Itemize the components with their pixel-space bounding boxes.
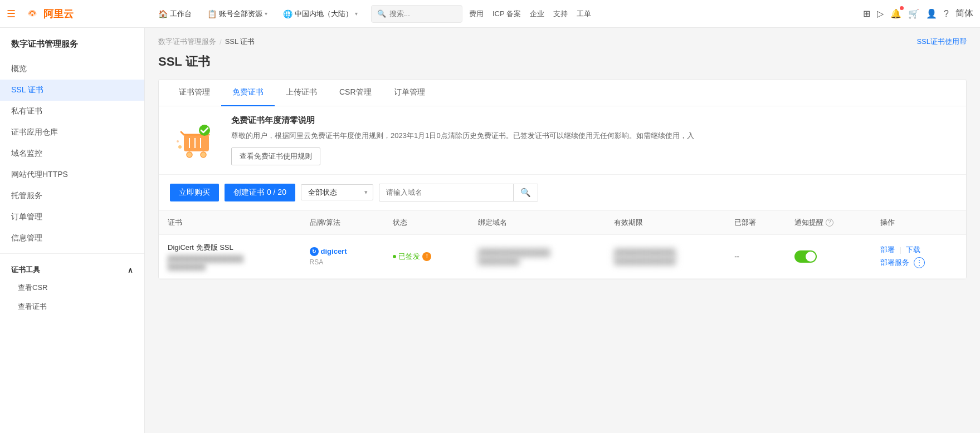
- sidebar: 数字证书管理服务 概览 SSL 证书 私有证书 证书应用仓库 域名监控 网站代理…: [0, 28, 145, 433]
- nav-icon-group: ⊞ ▷ 🔔 🛒 👤 ? 简体: [863, 8, 973, 19]
- sidebar-item-info[interactable]: 信息管理: [0, 228, 144, 249]
- cart-icon[interactable]: 🛒: [908, 8, 919, 19]
- buy-now-button[interactable]: 立即购买: [170, 184, 219, 201]
- sidebar-item-cert-repo[interactable]: 证书应用仓库: [0, 122, 144, 143]
- action-more-btn[interactable]: ⋮: [914, 257, 925, 268]
- status-warning-icon[interactable]: !: [422, 252, 431, 261]
- sidebar-item-hosting[interactable]: 托管服务: [0, 185, 144, 206]
- action-deploy[interactable]: 部署: [880, 245, 895, 255]
- domain-search-input[interactable]: [379, 185, 513, 200]
- sidebar-item-csr[interactable]: 查看CSR: [0, 278, 144, 297]
- breadcrumb-current: SSL 证书: [225, 37, 255, 47]
- th-domain: 绑定域名: [469, 211, 605, 235]
- lang-icon[interactable]: 简体: [955, 8, 973, 19]
- svg-point-5: [187, 152, 192, 158]
- sidebar-item-https-proxy[interactable]: 网站代理HTTPS: [0, 164, 144, 185]
- status-filter[interactable]: 全部状态 已签发 审核中 已过期 未签发: [301, 184, 373, 200]
- notification-icon[interactable]: 🔔: [890, 8, 901, 19]
- td-deployed: --: [725, 234, 786, 278]
- svg-point-6: [201, 152, 206, 158]
- search-input[interactable]: [389, 9, 456, 18]
- td-domain: ██████████████ ████████: [469, 234, 605, 278]
- screen-icon[interactable]: ⊞: [863, 8, 870, 19]
- tab-free-cert[interactable]: 免费证书: [221, 80, 275, 106]
- th-brand: 品牌/算法: [301, 211, 384, 235]
- search-bar[interactable]: 🔍: [371, 5, 462, 23]
- digicert-logo: ↻ digicert: [310, 247, 376, 256]
- cert-sub-name-2: ████████: [168, 263, 292, 270]
- layout: 数字证书管理服务 概览 SSL 证书 私有证书 证书应用仓库 域名监控 网站代理…: [0, 28, 980, 433]
- action-download[interactable]: 下载: [906, 245, 920, 255]
- status-signed: 已签发 !: [393, 252, 460, 262]
- nav-icp[interactable]: ICP 备案: [493, 9, 521, 19]
- toolbar: 立即购买 创建证书 0 / 20 全部状态 已签发 审核中 已过期 未签发 ▾ …: [159, 175, 966, 211]
- brand-name: 阿里云: [43, 7, 74, 21]
- tab-cert-management[interactable]: 证书管理: [168, 80, 221, 106]
- tools-section-title[interactable]: 证书工具 ∧: [0, 259, 144, 278]
- hamburger-icon[interactable]: ☰: [7, 8, 16, 20]
- cart-illustration: [170, 118, 220, 163]
- deployed-value: --: [734, 252, 739, 260]
- notice-rule-btn[interactable]: 查看免费证书使用规则: [231, 147, 320, 165]
- notice-illustration: [170, 118, 220, 163]
- sidebar-item-domain-monitor[interactable]: 域名监控: [0, 143, 144, 164]
- td-brand: ↻ digicert RSA: [301, 234, 384, 278]
- action-sep-1: |: [899, 245, 901, 254]
- resources-caret: ▾: [265, 11, 267, 17]
- th-expire: 有效期限: [605, 211, 725, 235]
- breadcrumb-left: 数字证书管理服务 / SSL 证书: [158, 37, 255, 47]
- expire-date-1: ████████████: [614, 248, 716, 257]
- nav-resources[interactable]: 📋 账号全部资源 ▾: [201, 0, 274, 28]
- notice-title: 免费证书年度清零说明: [231, 115, 955, 126]
- sidebar-item-view-cert[interactable]: 查看证书: [0, 297, 144, 316]
- region-caret: ▾: [355, 11, 358, 17]
- sidebar-item-ssl[interactable]: SSL 证书: [0, 80, 144, 101]
- console-icon[interactable]: ▷: [877, 8, 884, 19]
- tabs: 证书管理 免费证书 上传证书 CSR管理 订单管理: [159, 80, 966, 106]
- sidebar-item-order[interactable]: 订单管理: [0, 206, 144, 228]
- svg-point-9: [177, 140, 179, 142]
- nav-fee[interactable]: 费用: [469, 9, 484, 19]
- domain-search-wrapper: 🔍: [379, 184, 538, 201]
- td-cert: DigiCert 免费版 SSL ████████████████ ██████…: [159, 234, 301, 278]
- td-notify: [786, 234, 872, 278]
- notify-toggle[interactable]: [794, 250, 817, 263]
- cert-name-block: DigiCert 免费版 SSL ████████████████ ██████…: [168, 243, 292, 270]
- nav-workbench[interactable]: 🏠 工作台: [152, 0, 198, 28]
- aliyun-logo-icon: [25, 6, 40, 22]
- status-label: 已签发: [398, 252, 420, 262]
- tab-csr-management[interactable]: CSR管理: [328, 80, 383, 106]
- table-head: 证书 品牌/算法 状态 绑定域名 有效期限 已部署 通知提醒 ?: [159, 211, 966, 235]
- th-action: 操作: [871, 211, 966, 235]
- nav-items: 🏠 工作台 📋 账号全部资源 ▾ 🌐 中国内地（大陆） ▾ 🔍 费用 ICP 备…: [152, 0, 863, 28]
- breadcrumb-sep: /: [220, 38, 222, 46]
- help-icon[interactable]: ?: [944, 9, 949, 19]
- breadcrumb-parent[interactable]: 数字证书管理服务: [158, 37, 216, 47]
- svg-point-0: [31, 14, 33, 16]
- sidebar-item-private[interactable]: 私有证书: [0, 101, 144, 122]
- nav-support[interactable]: 支持: [553, 9, 568, 19]
- user-icon[interactable]: 👤: [926, 8, 937, 19]
- search-icon: 🔍: [377, 9, 386, 18]
- cert-main-name: DigiCert 免费版 SSL: [168, 243, 292, 253]
- logo[interactable]: 阿里云: [25, 6, 74, 22]
- domain-search-button[interactable]: 🔍: [513, 184, 538, 201]
- tab-order-management[interactable]: 订单管理: [383, 80, 436, 106]
- svg-point-8: [178, 145, 182, 149]
- nav-enterprise[interactable]: 企业: [530, 9, 544, 19]
- tab-upload-cert[interactable]: 上传证书: [275, 80, 328, 106]
- sidebar-item-overview[interactable]: 概览: [0, 58, 144, 80]
- nav-region[interactable]: 🌐 中国内地（大陆） ▾: [276, 0, 364, 28]
- create-cert-button[interactable]: 创建证书 0 / 20: [225, 184, 295, 201]
- breadcrumb: 数字证书管理服务 / SSL 证书 SSL证书使用帮: [158, 37, 967, 47]
- action-links: 部署 | 下载 部署服务 ⋮: [880, 245, 957, 268]
- nav-workorder[interactable]: 工单: [577, 9, 591, 19]
- cert-sub-name-1: ████████████████: [168, 255, 292, 263]
- td-expire: ████████████ ████████████: [605, 234, 725, 278]
- th-notify-inner: 通知提醒 ?: [794, 218, 863, 228]
- notify-help-icon[interactable]: ?: [826, 219, 833, 227]
- th-deployed: 已部署: [725, 211, 786, 235]
- breadcrumb-help-link[interactable]: SSL证书使用帮: [916, 37, 967, 47]
- status-filter-wrapper: 全部状态 已签发 审核中 已过期 未签发 ▾: [301, 184, 373, 200]
- action-deploy-service[interactable]: 部署服务: [880, 258, 909, 268]
